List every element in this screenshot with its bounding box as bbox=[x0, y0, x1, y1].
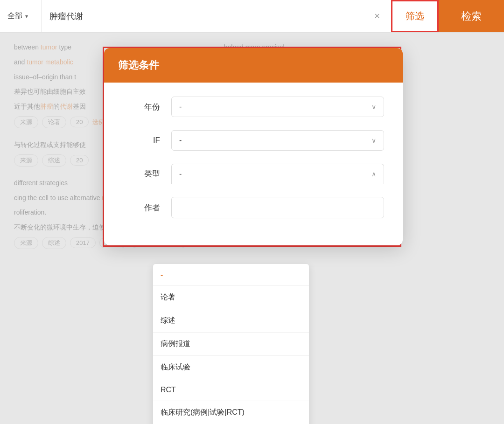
dropdown-item-linchuang[interactable]: 临床试验 bbox=[153, 356, 309, 379]
dropdown-item-rct[interactable]: RCT bbox=[153, 379, 309, 401]
modal-overlay: 筛选条件 年份 - ∨ I bbox=[0, 33, 504, 424]
type-dropdown: - 论著 综述 病例报道 临床试验 RCT 临床研究(病例|试验|RCT) Me… bbox=[153, 264, 309, 424]
year-select: - ∨ bbox=[171, 97, 384, 117]
dropdown-item-linchuang-rct[interactable]: 临床研究(病例|试验|RCT) bbox=[153, 401, 309, 424]
dropdown-item-lunzhu[interactable]: 论著 bbox=[153, 286, 309, 309]
type-select-value: - bbox=[179, 170, 182, 178]
search-query-text: 肿瘤代谢 bbox=[49, 11, 371, 22]
author-select-box[interactable] bbox=[171, 197, 384, 218]
if-select-value: - bbox=[179, 136, 182, 145]
if-select: - ∨ bbox=[171, 130, 384, 151]
type-select-box[interactable]: - ∧ bbox=[171, 164, 384, 184]
search-button[interactable]: 检索 bbox=[439, 0, 504, 32]
type-select: - ∧ bbox=[171, 164, 384, 184]
year-chevron-icon: ∨ bbox=[371, 103, 376, 111]
main-content: between tumor type helped more precisel … bbox=[0, 33, 504, 424]
year-label: 年份 bbox=[123, 102, 160, 112]
dropdown-item-zongshu[interactable]: 综述 bbox=[153, 309, 309, 333]
clear-icon[interactable]: × bbox=[371, 11, 384, 21]
type-filter-row: 类型 - ∧ bbox=[123, 164, 384, 184]
type-chevron-icon: ∧ bbox=[371, 170, 376, 178]
filter-modal-container: 筛选条件 年份 - ∨ I bbox=[103, 47, 401, 247]
author-select bbox=[171, 197, 384, 218]
filter-button[interactable]: 筛选 bbox=[391, 0, 439, 32]
modal-title: 筛选条件 bbox=[118, 59, 159, 71]
if-filter-row: IF - ∨ bbox=[123, 130, 384, 151]
category-selector[interactable]: 全部 ▾ bbox=[0, 0, 42, 32]
search-input-area: 肿瘤代谢 × bbox=[42, 11, 391, 22]
dropdown-item-bingli[interactable]: 病例报道 bbox=[153, 333, 309, 356]
type-label: 类型 bbox=[123, 168, 160, 179]
year-filter-row: 年份 - ∨ bbox=[123, 97, 384, 117]
filter-button-label: 筛选 bbox=[406, 10, 424, 22]
filter-modal: 筛选条件 年份 - ∨ I bbox=[104, 48, 403, 245]
dropdown-item-dash[interactable]: - bbox=[153, 264, 309, 286]
category-label: 全部 bbox=[7, 11, 22, 21]
if-label: IF bbox=[123, 136, 160, 145]
author-filter-row: 作者 bbox=[123, 197, 384, 218]
if-chevron-icon: ∨ bbox=[371, 137, 376, 144]
year-select-value: - bbox=[179, 103, 182, 111]
search-button-label: 检索 bbox=[461, 9, 482, 23]
search-bar: 全部 ▾ 肿瘤代谢 × 筛选 检索 bbox=[0, 0, 504, 33]
if-select-box[interactable]: - ∨ bbox=[171, 130, 384, 151]
category-chevron-icon: ▾ bbox=[25, 13, 28, 20]
modal-header: 筛选条件 bbox=[104, 48, 403, 83]
modal-body: 年份 - ∨ IF - bbox=[104, 83, 403, 245]
year-select-box[interactable]: - ∨ bbox=[171, 97, 384, 117]
author-label: 作者 bbox=[123, 202, 160, 213]
